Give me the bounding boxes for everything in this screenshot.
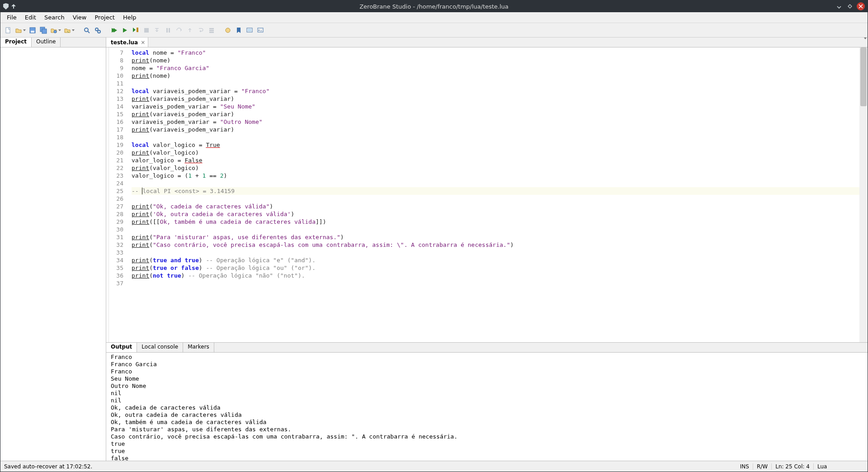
- debug-button[interactable]: [120, 25, 130, 35]
- pause-button[interactable]: [163, 25, 173, 35]
- editor-tab-teste[interactable]: teste.lua ×: [106, 38, 148, 47]
- editor-tab-label: teste.lua: [111, 39, 138, 46]
- svg-rect-13: [209, 28, 214, 29]
- window-title: ZeroBrane Studio - /home/franco/tmp/lua/…: [0, 3, 868, 10]
- run-button[interactable]: [109, 25, 119, 35]
- breakpoint-button[interactable]: [223, 25, 233, 35]
- bottom-tab-console[interactable]: Local console: [137, 343, 183, 352]
- svg-rect-9: [137, 28, 138, 32]
- chevron-down-icon: [72, 29, 75, 31]
- new-file-button[interactable]: [3, 25, 13, 35]
- chevron-down-icon: [864, 38, 867, 46]
- menu-help[interactable]: Help: [119, 13, 140, 22]
- bookmark-button[interactable]: [234, 25, 244, 35]
- tab-list-button[interactable]: [863, 39, 867, 46]
- output-console[interactable]: FrancoFranco GarciaFrancoSeu NomeOutro N…: [106, 353, 868, 461]
- menu-file[interactable]: File: [3, 13, 20, 22]
- menu-bar: File Edit Search View Project Help: [0, 12, 868, 23]
- bottom-tabs: Output Local console Markers: [106, 343, 868, 353]
- status-ins: INS: [736, 463, 753, 470]
- title-bar: ZeroBrane Studio - /home/franco/tmp/lua/…: [0, 0, 868, 12]
- svg-rect-2: [31, 31, 34, 33]
- status-bar: Saved auto-recover at 17:02:52. INS R/W …: [0, 461, 868, 472]
- save-button[interactable]: [28, 25, 38, 35]
- menu-project[interactable]: Project: [91, 13, 118, 22]
- sidebar-tabs: Project Outline: [0, 38, 106, 47]
- bottom-tab-output[interactable]: Output: [106, 343, 137, 352]
- open-file-button[interactable]: [14, 25, 27, 35]
- status-message: Saved auto-recover at 17:02:52.: [0, 463, 96, 470]
- editor-tabs: teste.lua ×: [106, 38, 868, 47]
- step-into-button[interactable]: [152, 25, 162, 35]
- sidebar-tab-outline[interactable]: Outline: [32, 38, 61, 47]
- editor-area: teste.lua × 7891011121314151617181920212…: [106, 38, 868, 461]
- main-area: Project Outline teste.lua × 789101112131…: [0, 38, 868, 461]
- status-pos: Ln: 25 Col: 4: [771, 463, 813, 470]
- step-over-button[interactable]: [174, 25, 184, 35]
- replace-button[interactable]: [93, 25, 103, 35]
- code-editor[interactable]: 7891011121314151617181920212223242526272…: [106, 47, 868, 342]
- svg-rect-4: [42, 29, 47, 33]
- svg-rect-0: [6, 28, 10, 33]
- status-lang: Lua: [813, 463, 868, 470]
- svg-point-7: [95, 28, 98, 31]
- find-button[interactable]: [82, 25, 92, 35]
- status-rw: R/W: [753, 463, 771, 470]
- save-all-button[interactable]: [38, 25, 48, 35]
- project-tree[interactable]: [0, 47, 106, 461]
- sidebar: Project Outline: [0, 38, 106, 461]
- svg-point-5: [54, 30, 57, 33]
- svg-rect-15: [209, 32, 214, 33]
- scrollbar-thumb[interactable]: [860, 47, 867, 106]
- watch-button[interactable]: [245, 25, 255, 35]
- toolbar: [0, 23, 868, 38]
- menu-view[interactable]: View: [69, 13, 90, 22]
- recent-button[interactable]: [63, 25, 75, 35]
- console-button[interactable]: [255, 25, 265, 35]
- bottom-panel: Output Local console Markers FrancoFranc…: [106, 342, 868, 461]
- menu-edit[interactable]: Edit: [21, 13, 40, 22]
- svg-rect-10: [144, 28, 149, 33]
- run-to-cursor-button[interactable]: [131, 25, 141, 35]
- sidebar-tab-project[interactable]: Project: [0, 38, 32, 47]
- line-number-gutter[interactable]: 7891011121314151617181920212223242526272…: [109, 47, 126, 342]
- project-dir-button[interactable]: [49, 25, 62, 35]
- chevron-down-icon: [58, 29, 61, 31]
- step-return-button[interactable]: [196, 25, 206, 35]
- tab-close-button[interactable]: ×: [141, 39, 145, 46]
- svg-rect-12: [169, 28, 170, 33]
- step-out-button[interactable]: [185, 25, 195, 35]
- menu-search[interactable]: Search: [41, 13, 68, 22]
- svg-point-16: [226, 28, 230, 33]
- svg-rect-14: [209, 30, 214, 31]
- svg-rect-19: [258, 28, 263, 32]
- editor-scrollbar[interactable]: [859, 47, 868, 342]
- chevron-down-icon: [23, 29, 26, 31]
- svg-point-6: [85, 28, 88, 32]
- svg-rect-18: [248, 29, 251, 31]
- code-content[interactable]: local nome = "Franco"print(nome)nome = "…: [126, 47, 859, 342]
- bottom-tab-markers[interactable]: Markers: [183, 343, 214, 352]
- stack-button[interactable]: [207, 25, 217, 35]
- svg-rect-11: [166, 28, 168, 33]
- stop-button[interactable]: [142, 25, 151, 35]
- app-window: ZeroBrane Studio - /home/franco/tmp/lua/…: [0, 0, 868, 472]
- svg-point-8: [98, 30, 100, 33]
